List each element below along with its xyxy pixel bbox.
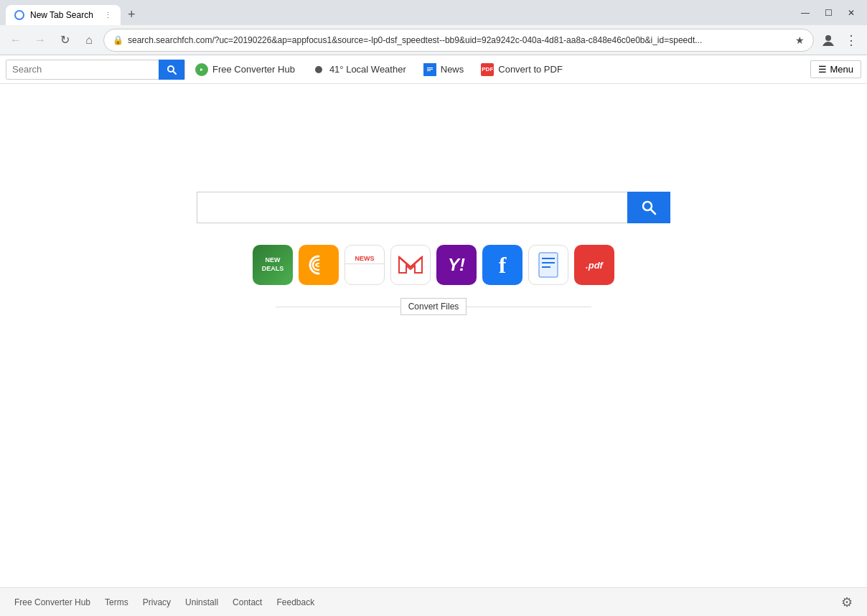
svg-rect-6 <box>427 67 433 68</box>
footer-link-privacy[interactable]: Privacy <box>143 597 171 607</box>
convert-files-tooltip: Convert Files <box>400 298 467 315</box>
pdf-icon: PDF <box>481 63 494 76</box>
toolbar-item-convert-to-pdf-label: Convert to PDF <box>498 64 563 75</box>
home-button[interactable]: ⌂ <box>79 30 99 50</box>
minimize-button[interactable]: — <box>795 3 815 23</box>
refresh-button[interactable]: ↻ <box>55 30 75 50</box>
back-button[interactable]: ← <box>6 30 26 50</box>
tab-label: New Tab Search <box>30 10 93 20</box>
toolbar-item-local-weather-label: 41° Local Weather <box>329 64 406 75</box>
weather-dot-icon <box>315 66 322 73</box>
profile-button[interactable] <box>818 30 838 50</box>
svg-point-0 <box>16 11 23 19</box>
svg-rect-8 <box>427 70 431 71</box>
bookmark-star-icon[interactable]: ★ <box>795 34 805 46</box>
tab-favicon <box>14 10 24 20</box>
quick-link-pdf[interactable]: .pdf <box>574 245 614 285</box>
quick-link-news[interactable]: NEWS <box>345 245 385 285</box>
toolbar-search-button[interactable] <box>159 60 184 80</box>
quick-link-audible[interactable] <box>299 245 339 285</box>
chrome-menu-button[interactable]: ⋮ <box>841 30 861 50</box>
svg-line-3 <box>173 71 176 74</box>
toolbar-item-free-converter-hub[interactable]: Free Converter Hub <box>188 55 302 83</box>
quick-link-docs[interactable] <box>528 245 568 285</box>
menu-label: Menu <box>830 64 853 75</box>
converter-hub-icon <box>195 63 208 76</box>
close-button[interactable]: ✕ <box>841 3 861 23</box>
separator-row: Convert Files <box>276 298 591 315</box>
tab-area: New Tab Search ⋮ + <box>6 0 141 25</box>
settings-gear-icon[interactable]: ⚙ <box>841 594 853 610</box>
browser-actions: ⋮ <box>818 30 861 50</box>
browser-bar: ← → ↻ ⌂ 🔒 search.searchfch.com/?uc=20190… <box>0 25 867 55</box>
footer-link-uninstall[interactable]: Uninstall <box>185 597 218 607</box>
active-tab[interactable]: New Tab Search ⋮ <box>6 5 121 25</box>
svg-rect-7 <box>427 69 433 70</box>
footer: Free Converter Hub Terms Privacy Uninsta… <box>0 587 867 616</box>
quick-link-yahoo[interactable]: Y! <box>436 245 477 285</box>
quick-link-new-deals[interactable]: NEWDEALS <box>253 245 293 285</box>
news-square-icon <box>423 63 436 76</box>
menu-icon: ☰ <box>818 64 827 75</box>
weather-icon <box>312 63 325 76</box>
forward-button[interactable]: → <box>30 30 50 50</box>
footer-link-feedback[interactable]: Feedback <box>276 597 314 607</box>
svg-rect-11 <box>539 253 558 277</box>
toolbar-item-news-label: News <box>441 64 464 75</box>
quick-links-row: NEWDEALS NEWS <box>253 245 614 285</box>
address-bar[interactable]: 🔒 search.searchfch.com/?uc=20190226&ap=a… <box>103 29 814 52</box>
toolbar-search-container <box>6 60 185 80</box>
tab-close-button[interactable]: ⋮ <box>104 11 112 20</box>
toolbar-item-local-weather[interactable]: 41° Local Weather <box>305 55 413 83</box>
separator-line-right <box>467 307 591 307</box>
toolbar-item-news[interactable]: News <box>416 55 472 83</box>
new-tab-button[interactable]: + <box>122 4 141 25</box>
footer-link-contact[interactable]: Contact <box>233 597 262 607</box>
main-content: NEWDEALS NEWS <box>0 84 867 587</box>
footer-link-terms[interactable]: Terms <box>105 597 128 607</box>
maximize-button[interactable]: ☐ <box>818 3 838 23</box>
toolbar-item-convert-to-pdf[interactable]: PDF Convert to PDF <box>474 55 570 83</box>
news-icon <box>423 63 436 76</box>
footer-link-free-converter-hub[interactable]: Free Converter Hub <box>14 597 90 607</box>
quick-link-facebook[interactable]: f <box>482 245 522 285</box>
separator-line-left <box>276 307 400 307</box>
window-controls: — ☐ ✕ <box>795 3 861 23</box>
menu-button[interactable]: ☰ Menu <box>810 60 861 78</box>
converter-hub-circle-icon <box>195 63 208 76</box>
toolbar-item-free-converter-hub-label: Free Converter Hub <box>212 64 295 75</box>
center-search-container <box>197 192 670 223</box>
center-search-input[interactable] <box>197 192 627 223</box>
toolbar: Free Converter Hub 41° Local Weather New… <box>0 55 867 84</box>
pdf-red-icon: PDF <box>481 63 494 76</box>
svg-point-1 <box>825 35 831 41</box>
svg-line-10 <box>651 210 655 214</box>
title-bar: New Tab Search ⋮ + — ☐ ✕ <box>0 0 867 25</box>
center-search-button[interactable] <box>627 192 670 223</box>
quick-link-gmail[interactable] <box>390 245 431 285</box>
url-text: search.searchfch.com/?uc=20190226&ap=app… <box>128 35 791 45</box>
toolbar-search-input[interactable] <box>6 60 159 79</box>
lock-icon: 🔒 <box>113 35 123 45</box>
